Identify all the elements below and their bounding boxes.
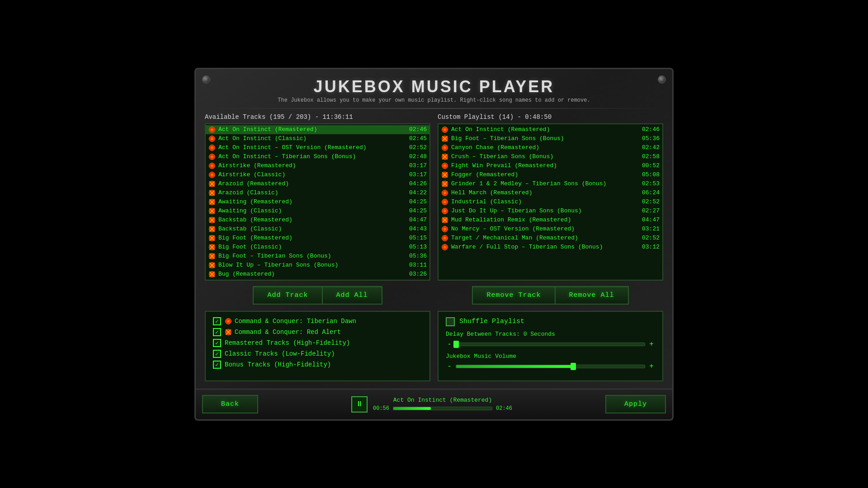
track-duration: 02:46 [409, 126, 427, 133]
track-name: Arazoid (Classic) [218, 189, 406, 196]
playlist-track-item[interactable]: Warfare / Full Stop – Tiberian Sons (Bon… [439, 243, 662, 252]
track-duration: 06:24 [642, 189, 660, 196]
checkbox-item[interactable]: Bonus Tracks (High-Fidelity) [213, 361, 422, 369]
player-info: Act On Instinct (Remastered) 00:56 02:46 [373, 397, 512, 412]
playlist-track-item[interactable]: No Mercy – OST Version (Remastered)03:21 [439, 225, 662, 234]
volume-slider-fill [456, 365, 573, 368]
normal-icon [209, 163, 215, 169]
available-track-item[interactable]: Backstab (Classic)04:43 [206, 225, 429, 234]
playlist-panel: Custom Playlist (14) - 0:48:50 Act On In… [438, 113, 663, 305]
available-panel: Available Tracks (195 / 203) - 11:36:11 … [205, 113, 430, 305]
checkbox-item[interactable]: Classic Tracks (Low-Fidelity) [213, 350, 422, 358]
crossed-icon [209, 199, 215, 205]
delay-minus-button[interactable]: - [446, 340, 453, 348]
playlist-track-item[interactable]: Fogger (Remastered)05:08 [439, 170, 662, 179]
track-duration: 02:52 [642, 198, 660, 205]
available-track-item[interactable]: Act On Instinct – Tiberian Sons (Bonus)0… [206, 152, 429, 161]
track-duration: 05:36 [642, 135, 660, 142]
screw-tl [202, 75, 210, 84]
play-pause-button[interactable]: ⏸ [351, 396, 368, 413]
track-name: Blow It Up – Tiberian Sons (Bonus) [218, 262, 406, 268]
available-track-item[interactable]: Big Foot (Remastered)05:15 [206, 234, 429, 243]
remove-all-button[interactable]: Remove All [555, 286, 629, 305]
track-duration: 05:08 [642, 171, 660, 178]
checkbox-box[interactable] [213, 361, 221, 369]
remove-track-button[interactable]: Remove Track [472, 286, 555, 305]
track-name: Backstab (Classic) [218, 225, 406, 232]
available-track-item[interactable]: Arazoid (Classic)04:22 [206, 188, 429, 197]
track-name: Canyon Chase (Remastered) [451, 144, 638, 151]
normal-icon [209, 145, 215, 151]
delay-plus-button[interactable]: + [648, 340, 655, 348]
available-track-item[interactable]: Act On Instinct (Remastered)02:46 [206, 125, 429, 134]
shuffle-label: Shuffle Playlist [459, 318, 524, 325]
checkbox-box[interactable] [213, 339, 221, 347]
volume-minus-button[interactable]: - [446, 362, 453, 371]
app-title: JUKEBOX MUSIC PLAYER [205, 77, 663, 96]
playlist-panel-label: Custom Playlist (14) - 0:48:50 [438, 113, 663, 121]
available-track-item[interactable]: Backstab (Remastered)04:47 [206, 216, 429, 225]
playlist-track-item[interactable]: Big Foot – Tiberian Sons (Bonus)05:36 [439, 134, 662, 143]
volume-slider-thumb[interactable] [571, 363, 576, 370]
progress-bar[interactable] [393, 407, 492, 410]
track-duration: 02:27 [642, 207, 660, 214]
crossed-icon [209, 244, 215, 250]
playlist-track-item[interactable]: Grinder 1 & 2 Medley – Tiberian Sons (Bo… [439, 179, 662, 188]
checkbox-box[interactable] [213, 328, 221, 336]
available-track-item[interactable]: Awaiting (Remastered)04:25 [206, 197, 429, 206]
playlist-track-item[interactable]: Canyon Chase (Remastered)02:42 [439, 143, 662, 152]
track-name: Fogger (Remastered) [451, 171, 638, 178]
available-track-item[interactable]: Airstrike (Remastered)03:17 [206, 161, 429, 170]
available-track-item[interactable]: Awaiting (Classic)04:25 [206, 206, 429, 216]
track-duration: 02:52 [642, 235, 660, 241]
playlist-track-list[interactable]: Act On Instinct (Remastered)02:46Big Foo… [439, 124, 662, 280]
playlist-track-item[interactable]: Mud Retaliation Remix (Remastered)04:47 [439, 216, 662, 225]
track-duration: 04:22 [409, 189, 427, 196]
shuffle-checkbox[interactable] [446, 317, 455, 326]
track-duration: 02:58 [642, 153, 660, 160]
playlist-track-item[interactable]: Act On Instinct (Remastered)02:46 [439, 125, 662, 134]
playlist-track-item[interactable]: Crush – Tiberian Sons (Bonus)02:58 [439, 152, 662, 161]
available-track-item[interactable]: Act On Instinct – OST Version (Remastere… [206, 143, 429, 152]
playlist-track-item[interactable]: Industrial (Classic)02:52 [439, 197, 662, 206]
delay-slider-thumb[interactable] [453, 341, 459, 348]
checkbox-item[interactable]: Remastered Tracks (High-Fidelity) [213, 339, 422, 347]
available-track-item[interactable]: Big Foot – Tiberian Sons (Bonus)05:36 [206, 252, 429, 261]
track-name: Awaiting (Remastered) [218, 198, 406, 205]
track-duration: 02:52 [409, 144, 427, 151]
progress-row: 00:56 02:46 [373, 405, 512, 412]
checkbox-item[interactable]: Command & Conquer: Tiberian Dawn [213, 317, 422, 325]
progress-bar-fill [393, 407, 431, 410]
track-duration: 05:36 [409, 253, 427, 259]
apply-button[interactable]: Apply [605, 395, 666, 413]
playlist-track-item[interactable]: Target / Mechanical Man (Remastered)02:5… [439, 234, 662, 243]
available-track-list[interactable]: Act On Instinct (Remastered)02:46Act On … [206, 124, 429, 280]
playlist-track-item[interactable]: Hell March (Remastered)06:24 [439, 188, 662, 197]
crossed-icon [209, 226, 215, 232]
normal-icon [442, 163, 448, 169]
checkbox-box[interactable] [213, 350, 221, 358]
volume-plus-button[interactable]: + [648, 362, 655, 371]
add-track-button[interactable]: Add Track [253, 286, 322, 305]
volume-slider-section: Jukebox Music Volume - + [446, 353, 655, 371]
add-all-button[interactable]: Add All [322, 286, 382, 305]
available-track-item[interactable]: Arazoid (Remastered)04:26 [206, 179, 429, 188]
track-duration: 02:53 [642, 180, 660, 187]
available-track-item[interactable]: Bug (Remastered)03:26 [206, 270, 429, 279]
volume-slider-track[interactable] [456, 365, 645, 368]
checkbox-box[interactable] [213, 317, 221, 325]
checkbox-item[interactable]: Command & Conquer: Red Alert [213, 328, 422, 336]
play-pause-icon: ⏸ [356, 400, 363, 408]
track-duration: 02:45 [409, 135, 427, 142]
crossed-icon [209, 208, 215, 214]
available-track-item[interactable]: Act On Instinct (Classic)02:45 [206, 134, 429, 143]
delay-slider-track[interactable] [456, 343, 645, 346]
available-track-item[interactable]: Airstrike (Classic)03:17 [206, 170, 429, 179]
playlist-track-item[interactable]: Fight Win Prevail (Remastered)00:52 [439, 161, 662, 170]
back-button[interactable]: Back [202, 395, 258, 413]
available-track-item[interactable]: Big Foot (Classic)05:13 [206, 243, 429, 252]
playlist-track-item[interactable]: Just Do It Up – Tiberian Sons (Bonus)02:… [439, 206, 662, 216]
crossed-icon [209, 181, 215, 187]
available-track-item[interactable]: Blow It Up – Tiberian Sons (Bonus)03:11 [206, 261, 429, 270]
track-name: Airstrike (Classic) [218, 171, 406, 178]
